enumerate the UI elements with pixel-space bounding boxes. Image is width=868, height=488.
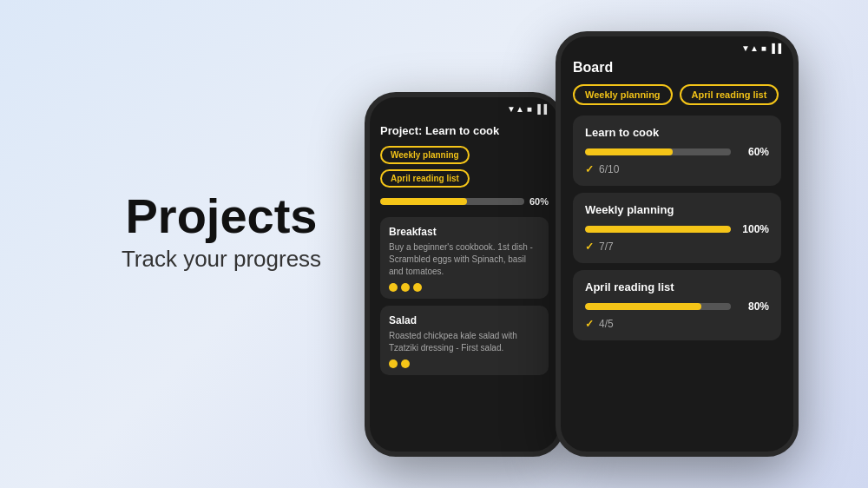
task-desc-salad: Roasted chickpea kale salad with Tzatzik…	[389, 330, 540, 354]
left-progress-bar-bg	[380, 198, 524, 205]
battery-icon-right: ▐▐	[769, 43, 781, 53]
wifi-icon-right: ■	[761, 43, 766, 53]
project-progress-row-1: 100%	[585, 223, 769, 235]
dot-s1	[389, 359, 398, 368]
left-progress-row: 60%	[380, 196, 549, 207]
dot-s2	[401, 359, 410, 368]
sub-title: Track your progress	[122, 246, 321, 273]
phones-container: ▼▲ ■ ▐▐ Project: Learn to cook Weekly pl…	[391, 31, 799, 457]
dot-3	[413, 283, 422, 292]
board-tag-0[interactable]: Weekly planning	[573, 84, 673, 105]
dot-2	[401, 283, 410, 292]
left-tags-row: Weekly planning April reading list	[380, 146, 549, 188]
dot-1	[389, 283, 398, 292]
project-header: Project: Learn to cook	[380, 124, 549, 137]
board-tags-row: Weekly planning April reading list	[573, 84, 781, 105]
left-section: Projects Track your progress	[69, 189, 391, 274]
battery-icon: ▐▐	[535, 104, 547, 114]
signal-icon: ▼▲	[507, 104, 524, 114]
project-check-row-0: ✓ 6/10	[585, 163, 769, 175]
project-progress-row-0: 60%	[585, 146, 769, 158]
status-bar-right-phone: ▼▲ ■ ▐▐	[561, 36, 793, 56]
main-title: Projects	[126, 189, 318, 243]
check-icon-0: ✓	[585, 163, 594, 175]
left-progress-bar-fill	[380, 198, 467, 205]
project-card-1: Weekly planning 100% ✓ 7/7	[573, 193, 781, 263]
task-desc-breakfast: Buy a beginner's cookbook. 1st dish - Sc…	[389, 241, 540, 278]
project-check-row-2: ✓ 4/5	[585, 318, 769, 330]
project-progress-fill-1	[585, 226, 731, 233]
project-pct-0: 60%	[738, 146, 769, 158]
dots-row-salad	[389, 359, 540, 368]
project-pct-1: 100%	[738, 223, 769, 235]
project-check-val-0: 6/10	[599, 163, 619, 175]
task-card-breakfast: Breakfast Buy a beginner's cookbook. 1st…	[380, 217, 549, 299]
project-check-val-2: 4/5	[599, 318, 614, 330]
left-phone-content: Project: Learn to cook Weekly planning A…	[370, 117, 559, 389]
status-bar-left-phone: ▼▲ ■ ▐▐	[370, 97, 559, 117]
task-title-breakfast: Breakfast	[389, 226, 540, 238]
right-phone-content: Board Weekly planning April reading list…	[561, 56, 793, 359]
project-check-val-1: 7/7	[599, 241, 614, 253]
status-icons-right: ▼▲ ■ ▐▐	[741, 43, 781, 53]
project-card-title-0: Learn to cook	[585, 126, 769, 139]
project-card-title-1: Weekly planning	[585, 203, 769, 216]
status-icons-left: ▼▲ ■ ▐▐	[507, 104, 547, 114]
task-title-salad: Salad	[389, 314, 540, 326]
check-icon-2: ✓	[585, 318, 594, 330]
board-tag-1[interactable]: April reading list	[680, 84, 779, 105]
project-check-row-1: ✓ 7/7	[585, 241, 769, 253]
project-progress-fill-2	[585, 303, 701, 310]
project-card-2: April reading list 80% ✓ 4/5	[573, 270, 781, 340]
phone-right: ▼▲ ■ ▐▐ Board Weekly planning April read…	[556, 31, 799, 457]
left-tag-1[interactable]: April reading list	[380, 169, 470, 188]
check-icon-1: ✓	[585, 241, 594, 253]
task-card-salad: Salad Roasted chickpea kale salad with T…	[380, 306, 549, 375]
signal-icon-right: ▼▲	[741, 43, 759, 53]
project-progress-bg-1	[585, 226, 731, 233]
project-pct-2: 80%	[738, 300, 769, 313]
dots-row-breakfast	[389, 283, 540, 292]
project-progress-bg-2	[585, 303, 731, 310]
project-progress-fill-0	[585, 148, 673, 155]
left-progress-pct: 60%	[529, 196, 549, 207]
project-card-0: Learn to cook 60% ✓ 6/10	[573, 115, 781, 186]
project-card-title-2: April reading list	[585, 280, 769, 293]
project-progress-row-2: 80%	[585, 300, 769, 313]
board-title: Board	[573, 60, 781, 76]
left-tag-0[interactable]: Weekly planning	[380, 146, 470, 164]
project-progress-bg-0	[585, 148, 731, 155]
wifi-icon: ■	[527, 104, 532, 114]
phone-left: ▼▲ ■ ▐▐ Project: Learn to cook Weekly pl…	[365, 92, 564, 457]
